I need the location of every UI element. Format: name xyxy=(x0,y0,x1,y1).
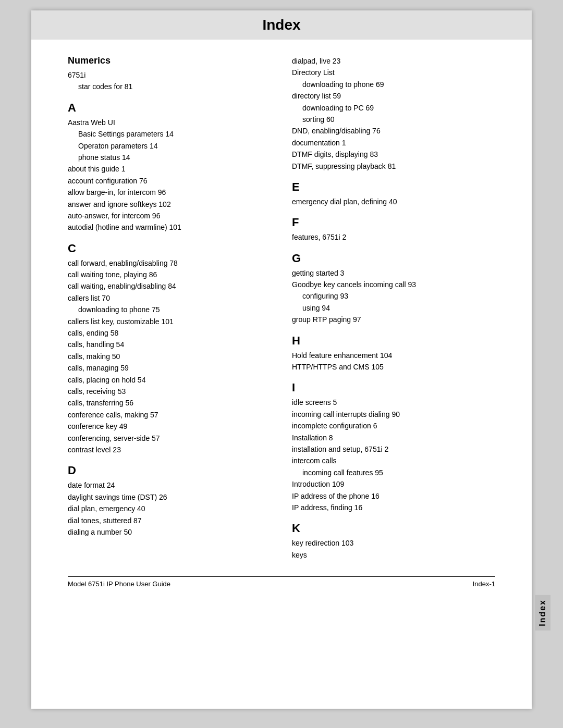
list-item: allow barge-in, for intercom 96 xyxy=(68,187,271,198)
section-letter-i: I xyxy=(292,381,495,394)
list-item: 6751i xyxy=(68,69,271,81)
list-item: IP address, finding 16 xyxy=(292,502,495,513)
list-item: keys xyxy=(292,549,495,561)
list-item: star codes for 81 xyxy=(68,81,271,92)
list-item: contrast level 23 xyxy=(68,444,271,455)
list-item: call waiting, enabling/disabling 84 xyxy=(68,280,271,292)
list-item: calls, making 50 xyxy=(68,351,271,362)
list-item: dial plan, emergency 40 xyxy=(68,503,271,514)
list-item: incoming call features 95 xyxy=(292,467,495,478)
section-letter-g: G xyxy=(292,252,495,265)
list-item: conference key 49 xyxy=(68,421,271,432)
list-item: Installation 8 xyxy=(292,432,495,443)
list-item: incomplete configuration 6 xyxy=(292,420,495,431)
list-item: about this guide 1 xyxy=(68,163,271,175)
list-item: DTMF digits, displaying 83 xyxy=(292,149,495,160)
left-column: Numerics 6751i star codes for 81 A Aastr… xyxy=(68,55,271,561)
section-letter-e: E xyxy=(292,180,495,194)
list-item: calls, transferring 56 xyxy=(68,397,271,409)
list-item: documentation 1 xyxy=(292,137,495,149)
list-item: conference calls, making 57 xyxy=(68,409,271,421)
list-item: directory list 59 xyxy=(292,90,495,102)
section-letter-a: A xyxy=(68,101,271,115)
list-item: autodial (hotline and warmline) 101 xyxy=(68,221,271,233)
list-item: callers list 70 xyxy=(68,292,271,304)
footer-left: Model 6751i IP Phone User Guide xyxy=(68,580,170,588)
section-letter-h: H xyxy=(292,334,495,348)
list-item: Goodbye key cancels incoming call 93 xyxy=(292,279,495,290)
list-item: IP address of the phone 16 xyxy=(292,490,495,502)
list-item: DTMF, suppressing playback 81 xyxy=(292,161,495,172)
list-item: dialpad, live 23 xyxy=(292,55,495,67)
page: Index Numerics 6751i star codes for 81 A… xyxy=(31,10,532,709)
footer-right: Index-1 xyxy=(473,580,495,588)
list-item: idle screens 5 xyxy=(292,397,495,408)
list-item: Operaton parameters 14 xyxy=(68,140,271,152)
list-item: installation and setup, 6751i 2 xyxy=(292,443,495,455)
list-item: callers list key, customizable 101 xyxy=(68,316,271,327)
list-item: calls, managing 59 xyxy=(68,362,271,374)
list-item: dialing a number 50 xyxy=(68,526,271,538)
list-item: HTTP/HTTPS and CMS 105 xyxy=(292,361,495,373)
list-item: daylight savings time (DST) 26 xyxy=(68,491,271,503)
list-item: downloading to phone 69 xyxy=(292,79,495,90)
content-columns: Numerics 6751i star codes for 81 A Aastr… xyxy=(68,55,495,561)
list-item: downloading to phone 75 xyxy=(68,304,271,315)
list-item: using 94 xyxy=(292,302,495,314)
list-item: incoming call interrupts dialing 90 xyxy=(292,409,495,420)
right-column: dialpad, live 23 Directory List download… xyxy=(292,55,495,561)
list-item: Introduction 109 xyxy=(292,478,495,490)
list-item: DND, enabling/disabling 76 xyxy=(292,125,495,137)
side-tab: Index xyxy=(535,595,550,631)
list-item: sorting 60 xyxy=(292,114,495,125)
list-item: conferencing, server-side 57 xyxy=(68,433,271,444)
footer: Model 6751i IP Phone User Guide Index-1 xyxy=(68,576,495,588)
list-item: getting started 3 xyxy=(292,267,495,279)
list-item: Basic Settings parameters 14 xyxy=(68,128,271,140)
list-item: Aastra Web UI xyxy=(68,117,271,128)
list-item: dial tones, stuttered 87 xyxy=(68,515,271,526)
list-item: intercom calls xyxy=(292,455,495,466)
section-letter-d: D xyxy=(68,464,271,477)
numerics-heading: Numerics xyxy=(68,55,271,66)
list-item: calls, handling 54 xyxy=(68,339,271,350)
list-item: features, 6751i 2 xyxy=(292,231,495,243)
list-item: emergency dial plan, defining 40 xyxy=(292,196,495,207)
list-item: downloading to PC 69 xyxy=(292,102,495,114)
list-item: calls, receiving 53 xyxy=(68,386,271,397)
section-letter-f: F xyxy=(292,216,495,229)
list-item: Directory List xyxy=(292,67,495,78)
list-item: account configuration 76 xyxy=(68,175,271,187)
list-item: call forward, enabling/disabling 78 xyxy=(68,257,271,269)
list-item: key redirection 103 xyxy=(292,537,495,549)
list-item: call waiting tone, playing 86 xyxy=(68,269,271,280)
list-item: Hold feature enhancement 104 xyxy=(292,350,495,361)
page-title: Index xyxy=(31,17,532,33)
list-item: group RTP paging 97 xyxy=(292,314,495,325)
title-bar: Index xyxy=(31,10,532,40)
list-item: calls, placing on hold 54 xyxy=(68,374,271,386)
list-item: phone status 14 xyxy=(68,152,271,163)
list-item: answer and ignore softkeys 102 xyxy=(68,199,271,210)
list-item: date format 24 xyxy=(68,479,271,491)
list-item: configuring 93 xyxy=(292,290,495,302)
section-letter-k: K xyxy=(292,522,495,535)
list-item: calls, ending 58 xyxy=(68,327,271,339)
section-letter-c: C xyxy=(68,242,271,255)
list-item: auto-answer, for intercom 96 xyxy=(68,210,271,221)
